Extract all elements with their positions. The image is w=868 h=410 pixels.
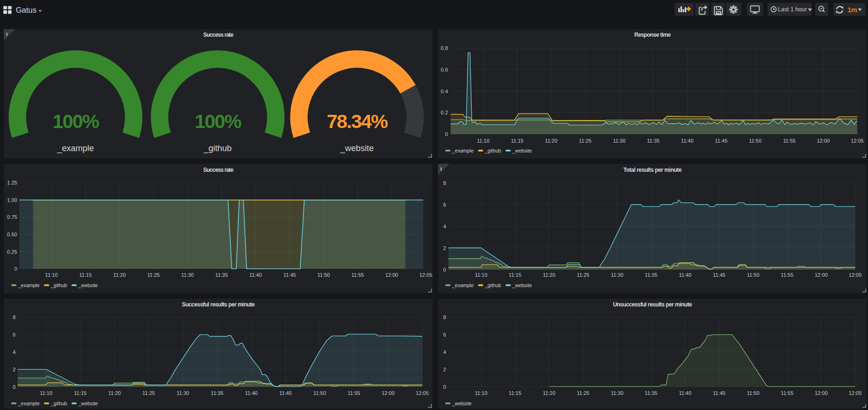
- svg-text:_example: _example: [452, 282, 474, 288]
- svg-text:12:00: 12:00: [817, 138, 830, 144]
- svg-text:4: 4: [443, 349, 446, 355]
- svg-text:_website: _website: [512, 148, 532, 153]
- svg-text:0: 0: [14, 266, 17, 272]
- svg-text:11:10: 11:10: [475, 272, 488, 278]
- svg-text:_example: _example: [18, 401, 40, 406]
- svg-text:11:30: 11:30: [611, 272, 624, 278]
- svg-text:11:10: 11:10: [40, 390, 53, 396]
- svg-text:11:45: 11:45: [283, 272, 296, 278]
- svg-text:11:50: 11:50: [747, 390, 760, 396]
- svg-text:11:20: 11:20: [545, 138, 558, 144]
- svg-text:0.6: 0.6: [441, 67, 448, 72]
- svg-text:i: i: [440, 166, 442, 171]
- svg-text:12:00: 12:00: [815, 272, 828, 278]
- svg-text:0: 0: [443, 267, 446, 273]
- svg-text:Last 1 hour: Last 1 hour: [778, 6, 807, 13]
- svg-text:11:50: 11:50: [313, 390, 326, 396]
- svg-text:11:35: 11:35: [215, 272, 228, 278]
- svg-text:11:20: 11:20: [113, 272, 126, 278]
- svg-text:11:25: 11:25: [143, 390, 155, 396]
- svg-text:1.25: 1.25: [7, 180, 17, 185]
- svg-text:8: 8: [13, 314, 16, 320]
- svg-text:11:40: 11:40: [245, 390, 258, 396]
- svg-text:11:15: 11:15: [74, 390, 87, 396]
- svg-text:11:30: 11:30: [613, 138, 626, 144]
- svg-text:11:35: 11:35: [647, 138, 659, 144]
- svg-text:1m: 1m: [848, 6, 857, 14]
- svg-text:11:50: 11:50: [317, 272, 330, 278]
- svg-text:11:10: 11:10: [45, 272, 58, 278]
- svg-text:100%: 100%: [53, 111, 99, 132]
- svg-text:11:40: 11:40: [679, 272, 691, 278]
- svg-text:11:25: 11:25: [577, 390, 589, 396]
- svg-text:12:05: 12:05: [849, 390, 862, 396]
- svg-text:11:20: 11:20: [543, 272, 555, 278]
- svg-text:_github: _github: [484, 148, 501, 153]
- svg-text:11:45: 11:45: [715, 138, 728, 144]
- svg-text:12:00: 12:00: [385, 272, 398, 278]
- svg-text:11:35: 11:35: [211, 390, 224, 396]
- svg-text:11:30: 11:30: [611, 390, 624, 396]
- svg-text:11:20: 11:20: [543, 390, 555, 396]
- svg-text:Success rate: Success rate: [203, 167, 234, 173]
- svg-text:11:40: 11:40: [681, 138, 694, 144]
- svg-text:i: i: [6, 31, 8, 37]
- svg-text:11:55: 11:55: [352, 272, 364, 278]
- svg-text:4: 4: [443, 224, 446, 229]
- svg-text:6: 6: [13, 332, 16, 338]
- svg-text:_website: _website: [78, 401, 98, 406]
- svg-text:_github: _github: [50, 401, 67, 406]
- svg-text:78.34%: 78.34%: [327, 111, 388, 132]
- svg-text:11:45: 11:45: [713, 272, 725, 278]
- svg-text:11:10: 11:10: [477, 138, 490, 144]
- svg-text:0.25: 0.25: [7, 249, 17, 255]
- svg-text:8: 8: [443, 180, 446, 186]
- svg-text:2: 2: [443, 245, 446, 251]
- svg-text:0: 0: [13, 384, 16, 390]
- svg-text:12:05: 12:05: [849, 272, 862, 278]
- svg-text:Response time: Response time: [634, 32, 671, 38]
- svg-text:_website: _website: [340, 144, 374, 153]
- svg-text:Gatus: Gatus: [16, 6, 37, 14]
- svg-text:11:40: 11:40: [679, 390, 691, 396]
- svg-text:1.00: 1.00: [7, 197, 17, 203]
- svg-text:12:05: 12:05: [416, 390, 429, 396]
- svg-text:11:50: 11:50: [747, 272, 760, 278]
- svg-text:12:00: 12:00: [815, 390, 828, 396]
- svg-text:11:35: 11:35: [645, 390, 658, 396]
- svg-text:0: 0: [445, 131, 448, 137]
- svg-text:12:05: 12:05: [851, 138, 864, 144]
- svg-text:11:55: 11:55: [783, 138, 796, 144]
- svg-text:_website: _website: [452, 401, 472, 406]
- svg-text:0.2: 0.2: [441, 110, 448, 115]
- svg-text:Successful results per minute: Successful results per minute: [182, 301, 255, 308]
- svg-text:8: 8: [443, 314, 446, 320]
- svg-text:11:45: 11:45: [279, 390, 292, 396]
- svg-text:0.50: 0.50: [7, 232, 17, 237]
- svg-text:11:50: 11:50: [749, 138, 762, 144]
- svg-text:100%: 100%: [195, 111, 241, 132]
- svg-text:_website: _website: [78, 282, 98, 288]
- svg-text:0.4: 0.4: [441, 88, 448, 94]
- svg-text:0.75: 0.75: [7, 214, 17, 220]
- svg-text:11:30: 11:30: [177, 390, 189, 396]
- svg-text:12:00: 12:00: [382, 390, 395, 396]
- svg-text:11:10: 11:10: [475, 390, 488, 396]
- svg-text:_github: _github: [484, 282, 501, 288]
- svg-text:2: 2: [443, 367, 446, 372]
- svg-text:11:25: 11:25: [579, 138, 592, 144]
- svg-text:11:55: 11:55: [781, 390, 794, 396]
- svg-text:6: 6: [443, 332, 446, 338]
- svg-text:Unsuccessful results per minut: Unsuccessful results per minute: [613, 301, 692, 308]
- svg-text:2: 2: [13, 367, 16, 372]
- svg-text:Success rate: Success rate: [203, 32, 234, 38]
- svg-text:11:30: 11:30: [181, 272, 194, 278]
- svg-text:_github: _github: [50, 282, 67, 288]
- svg-text:12:05: 12:05: [419, 272, 433, 278]
- svg-text:11:15: 11:15: [511, 138, 523, 144]
- svg-text:11:20: 11:20: [108, 390, 121, 396]
- svg-text:0.8: 0.8: [441, 45, 448, 51]
- svg-text:11:55: 11:55: [348, 390, 361, 396]
- svg-text:11:45: 11:45: [713, 390, 725, 396]
- svg-text:11:15: 11:15: [509, 390, 522, 396]
